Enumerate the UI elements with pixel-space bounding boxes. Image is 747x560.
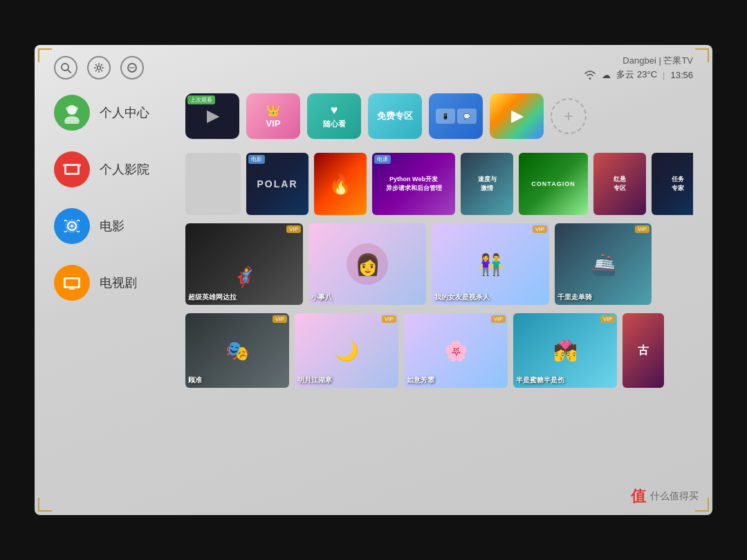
svg-point-5: [131, 67, 133, 68]
cloud-icon: ☁: [602, 70, 611, 80]
watermark-logo: 值: [631, 486, 646, 507]
history-item-fire[interactable]: 🔥: [314, 153, 367, 215]
app-tile-play[interactable]: ▶: [490, 93, 544, 139]
polar-badge: 电影: [248, 155, 265, 164]
settings-icon[interactable]: [87, 56, 111, 80]
svg-point-10: [74, 106, 78, 111]
drama3-vip: VIP: [491, 315, 506, 323]
movie-friends[interactable]: VIP 👫 我的女友是视杀人: [432, 223, 549, 305]
drama1-vip: VIP: [273, 315, 287, 323]
history-item-contagion[interactable]: CONTAGION: [519, 153, 588, 215]
personal-cinema-icon: [54, 151, 90, 187]
brand-label: Dangbei | 芒果TV: [584, 55, 693, 67]
app-tile-favorites[interactable]: ♥ 随心看: [307, 93, 361, 139]
free-label: 免费专区: [368, 93, 422, 139]
friends-vip-badge: VIP: [533, 225, 547, 233]
svg-point-9: [66, 106, 70, 111]
wifi-icon: [584, 70, 596, 80]
header: Dangbei | 芒果TV ☁ 多云 23°C | 13:56: [35, 45, 712, 88]
main-content: 个人中心 个人影院: [35, 88, 712, 510]
vip-label: 👑 VIP: [246, 93, 300, 139]
app-tile-free[interactable]: 免费专区: [368, 93, 422, 139]
message-icon[interactable]: [120, 56, 144, 80]
movie-friends-title: 我的女友是视杀人: [434, 292, 546, 302]
favorites-label: ♥ 随心看: [307, 93, 361, 139]
svg-rect-19: [66, 279, 78, 286]
personal-center-icon: [54, 95, 90, 131]
drama-moon-title: 明月江湖寒: [297, 375, 396, 385]
content-area: 上次观看 ▶ 👑 VIP ♥ 随心看: [185, 88, 693, 510]
watermark: 值 什么值得买: [631, 486, 699, 507]
thousand-li-vip-badge: VIP: [635, 225, 649, 233]
history-item-polar[interactable]: 电影 POLAR: [246, 153, 308, 215]
movie-superhero[interactable]: VIP 🦸 超级英雄网达拉: [185, 223, 303, 305]
app-tile-apps[interactable]: 📱 💬: [429, 93, 483, 139]
drama-moon[interactable]: VIP 🌙 明月江湖寒: [295, 313, 398, 388]
history-row: 电影 POLAR 🔥 电课 Python Web开发异步请求和后台管理 速度与激…: [185, 153, 693, 215]
corner-tl: [38, 48, 52, 62]
svg-point-17: [71, 225, 73, 227]
search-icon[interactable]: [54, 56, 77, 80]
svg-point-2: [98, 66, 101, 70]
history-item-python[interactable]: 电课 Python Web开发异步请求和后台管理: [372, 153, 455, 215]
drama-row: VIP 🎭 顾准 VIP 🌙 明月江湖寒 VIP 🌸: [185, 313, 693, 388]
movie-thousand-li[interactable]: VIP 🚢 千里走单骑: [555, 223, 652, 305]
python-badge: 电课: [374, 155, 391, 164]
app-tile-last-watch[interactable]: 上次观看 ▶: [185, 93, 239, 139]
add-app-button[interactable]: +: [551, 98, 587, 134]
main-screen: Dangbei | 芒果TV ☁ 多云 23°C | 13:56: [35, 45, 712, 515]
app-tile-vip[interactable]: 👑 VIP: [246, 93, 300, 139]
history-blank: [185, 153, 241, 215]
sidebar-label-movies: 电影: [100, 218, 124, 234]
movie-superhero-title: 超级英雄网达拉: [188, 292, 300, 302]
svg-rect-14: [79, 164, 81, 167]
drama-honey[interactable]: VIP 💏 半是蜜糖半是伤: [513, 313, 617, 388]
corner-tr: [695, 48, 709, 62]
header-icon-group: [54, 56, 144, 80]
history-item-red[interactable]: 红悬专区: [593, 153, 646, 215]
drama-ancient[interactable]: 古: [622, 313, 664, 388]
drama2-vip: VIP: [382, 315, 396, 323]
sidebar-item-movies[interactable]: 电影: [54, 208, 172, 244]
header-right: Dangbei | 芒果TV ☁ 多云 23°C | 13:56: [584, 55, 693, 81]
svg-point-6: [133, 67, 135, 68]
corner-bl: [38, 498, 52, 512]
drama-honey-title: 半是蜜糖半是伤: [516, 375, 614, 385]
last-watch-badge: 上次观看: [187, 95, 215, 104]
superhero-vip-badge: VIP: [286, 225, 301, 233]
time-text: 13:56: [670, 70, 693, 80]
svg-line-1: [68, 70, 71, 73]
history-item-mission[interactable]: 任务专家: [652, 153, 693, 215]
sidebar-item-tv-dramas[interactable]: 电视剧: [54, 265, 172, 301]
weather-text: 多云 23°C: [616, 68, 657, 81]
svg-rect-13: [63, 164, 65, 167]
movie-little-eight[interactable]: 👩 小事八: [308, 223, 426, 305]
svg-rect-12: [66, 166, 77, 173]
sidebar-item-personal-center[interactable]: 个人中心: [54, 95, 172, 131]
watermark-text: 什么值得买: [650, 490, 699, 503]
svg-point-4: [130, 67, 131, 68]
drama4-vip: VIP: [600, 315, 615, 323]
drama-guz[interactable]: VIP 🎭 顾准: [185, 313, 289, 388]
sidebar-label-personal-cinema: 个人影院: [100, 161, 149, 178]
app-tiles-row: 上次观看 ▶ 👑 VIP ♥ 随心看: [185, 88, 693, 144]
movie-thousand-li-title: 千里走单骑: [557, 292, 649, 302]
tv-dramas-icon: [54, 265, 90, 301]
sidebar-label-tv-dramas: 电视剧: [100, 274, 137, 291]
sidebar-item-personal-cinema[interactable]: 个人影院: [54, 151, 172, 187]
history-item-action[interactable]: 速度与激情: [461, 153, 513, 215]
sidebar-label-personal-center: 个人中心: [100, 104, 149, 121]
drama-ruyi-title: 如意芳霏: [407, 375, 505, 385]
drama-guz-title: 顾准: [188, 375, 286, 385]
svg-point-8: [64, 116, 80, 124]
drama-ruyi[interactable]: VIP 🌸 如意芳霏: [404, 313, 508, 388]
header-info: ☁ 多云 23°C | 13:56: [584, 68, 693, 81]
movie-row: VIP 🦸 超级英雄网达拉 👩 小事八 VIP 👫: [185, 223, 693, 305]
movies-icon: [54, 208, 90, 244]
sidebar: 个人中心 个人影院: [54, 88, 172, 510]
movie-little-eight-title: 小事八: [311, 292, 423, 302]
